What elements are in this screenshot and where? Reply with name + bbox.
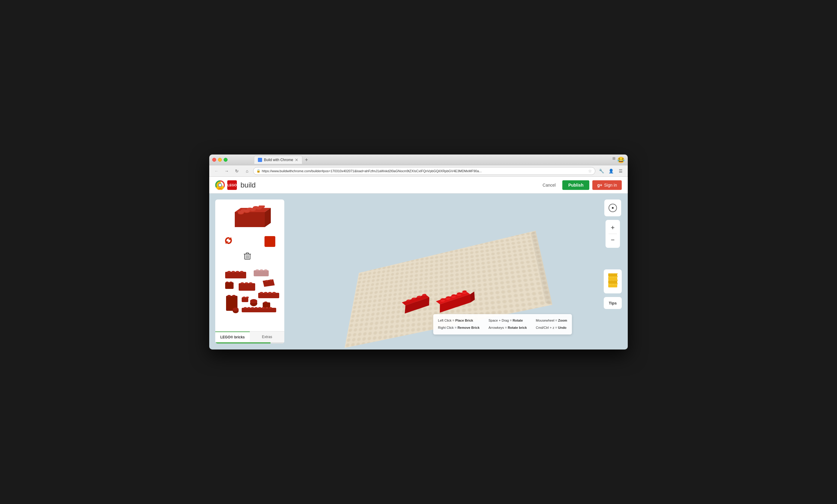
- svg-point-52: [232, 295, 236, 297]
- svg-point-48: [265, 280, 268, 282]
- build-title: build: [241, 181, 256, 189]
- lego-stack-svg: [607, 273, 619, 290]
- publish-button[interactable]: Publish: [562, 180, 590, 190]
- svg-marker-47: [263, 279, 275, 287]
- url-bar[interactable]: 🔒 https://www.buildwithchrome.com/builde…: [253, 167, 595, 175]
- window-resize-icon[interactable]: ⊞: [612, 156, 616, 164]
- mac-window: Build with Chrome ✕ + ⊞ 😂 ← → ↻ ⌂ 🔒 http…: [209, 154, 628, 350]
- svg-point-0: [259, 158, 262, 162]
- tab-label: Build with Chrome: [264, 158, 293, 162]
- brick-collection: [221, 266, 278, 320]
- tips-key-3: Space + Drag =: [488, 319, 513, 322]
- progress-bar: [215, 342, 270, 343]
- trash-svg: [244, 252, 251, 260]
- svg-rect-31: [225, 272, 246, 278]
- home-button[interactable]: ⌂: [243, 167, 251, 175]
- chrome-logo: [215, 180, 225, 190]
- tips-action-1: Place Brick: [456, 319, 473, 322]
- svg-point-41: [226, 282, 229, 283]
- new-tab-button[interactable]: +: [302, 157, 310, 163]
- brick-preview: [215, 200, 284, 331]
- extensions-icon[interactable]: 🔧: [597, 167, 606, 175]
- svg-point-44: [241, 282, 244, 284]
- lego-stack-button[interactable]: [604, 269, 622, 293]
- delete-icon[interactable]: [244, 252, 251, 262]
- tips-key-2: Right Click =: [438, 326, 458, 330]
- title-bar: Build with Chrome ✕ + ⊞ 😂: [209, 154, 628, 165]
- tips-col-3: Mousewheel = Zoom Cmd/Ctrl + z = Undo: [536, 318, 567, 331]
- svg-point-61: [268, 292, 272, 294]
- svg-point-62: [272, 292, 276, 294]
- brick-collection-svg: [224, 269, 284, 317]
- compass-button[interactable]: [607, 202, 619, 214]
- brick-tabs: LEGO® bricks Extras: [215, 331, 284, 342]
- rotate-icon[interactable]: [224, 237, 233, 247]
- maximize-button[interactable]: [224, 158, 228, 162]
- nav-bar: ← → ↻ ⌂ 🔒 https://www.buildwithchrome.co…: [209, 165, 628, 177]
- signin-label: Sign in: [604, 183, 617, 187]
- svg-point-25: [256, 206, 262, 209]
- svg-marker-8: [235, 212, 265, 227]
- svg-point-68: [251, 307, 254, 309]
- svg-point-66: [244, 307, 247, 309]
- svg-point-19: [238, 211, 244, 214]
- svg-point-34: [236, 271, 239, 273]
- zoom-panel: + −: [606, 220, 620, 248]
- svg-point-37: [255, 269, 259, 271]
- svg-point-64: [264, 301, 267, 303]
- menu-icon[interactable]: ☰: [616, 167, 625, 175]
- tab-lego-bricks[interactable]: LEGO® bricks: [215, 332, 250, 342]
- cancel-button[interactable]: Cancel: [539, 181, 559, 189]
- color-swatch[interactable]: [265, 236, 275, 247]
- svg-point-39: [264, 269, 267, 271]
- svg-point-33: [231, 271, 235, 273]
- svg-point-75: [233, 307, 239, 311]
- brick-controls: [221, 236, 278, 247]
- svg-point-70: [258, 307, 261, 309]
- refresh-button[interactable]: ↻: [233, 167, 241, 175]
- zoom-in-button[interactable]: +: [607, 222, 618, 233]
- svg-point-57: [250, 299, 257, 303]
- tips-action-3: Rotate: [513, 319, 523, 322]
- svg-point-42: [229, 282, 232, 283]
- tips-line-3: Space + Drag = Rotate: [488, 318, 527, 324]
- minimize-button[interactable]: [218, 158, 222, 162]
- person-icon[interactable]: 👤: [607, 167, 615, 175]
- svg-point-69: [254, 307, 257, 309]
- svg-point-51: [227, 295, 231, 297]
- tips-line-6: Cmd/Ctrl + z = Undo: [536, 325, 567, 331]
- tips-key-5: Mousewheel =: [536, 319, 558, 322]
- url-text: https://www.buildwithchrome.com/builder#…: [262, 169, 482, 173]
- forward-button[interactable]: →: [222, 167, 231, 175]
- back-button[interactable]: ←: [212, 167, 221, 175]
- compass-dot: [612, 207, 613, 209]
- tips-action-2: Remove Brick: [458, 326, 479, 330]
- tips-content: Left Click = Place Brick Right Click = R…: [438, 318, 567, 331]
- tips-action-5: Zoom: [558, 319, 567, 322]
- tips-line-2: Right Click = Remove Brick: [438, 325, 479, 331]
- canvas-area[interactable]: Left Click = Place Brick Right Click = R…: [289, 200, 599, 343]
- svg-point-60: [264, 292, 267, 294]
- close-button[interactable]: [212, 158, 216, 162]
- brick-3d-preview[interactable]: [229, 205, 271, 232]
- tips-overlay: Left Click = Place Brick Right Click = R…: [433, 314, 572, 335]
- tips-button[interactable]: Tips: [604, 297, 622, 309]
- tips-col-1: Left Click = Place Brick Right Click = R…: [438, 318, 479, 331]
- rotate-svg: [224, 237, 233, 245]
- signin-button[interactable]: g+ Sign in: [592, 180, 622, 190]
- bookmark-star-icon[interactable]: ☆: [588, 169, 592, 173]
- left-panel: LEGO® bricks Extras: [215, 200, 284, 343]
- tips-key-6: Cmd/Ctrl + z =: [536, 326, 558, 330]
- svg-point-46: [249, 282, 252, 284]
- tab-extras[interactable]: Extras: [250, 332, 284, 342]
- svg-rect-43: [239, 283, 255, 291]
- browser-tab[interactable]: Build with Chrome ✕: [254, 156, 302, 164]
- zoom-out-button[interactable]: −: [607, 235, 618, 245]
- main-brick-svg: [229, 205, 271, 232]
- svg-point-73: [269, 307, 272, 309]
- main-content: LEGO® bricks Extras: [209, 193, 628, 350]
- emoji-icon: 😂: [617, 156, 625, 164]
- ssl-icon: 🔒: [256, 169, 261, 173]
- tab-close-icon[interactable]: ✕: [295, 157, 298, 162]
- header-logo: LEGO build: [215, 180, 256, 190]
